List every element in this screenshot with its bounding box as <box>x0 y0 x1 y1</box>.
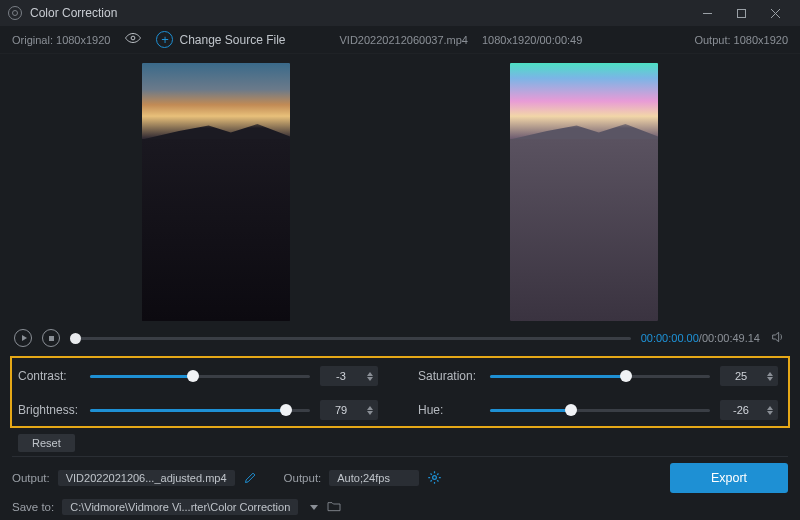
saturation-slider[interactable] <box>490 375 710 378</box>
divider <box>12 456 788 457</box>
playback-bar: 00:00:00.00/00:00:49.14 <box>0 324 800 352</box>
contrast-control: Contrast: -3 <box>18 366 378 386</box>
color-controls-panel: Contrast: -3 Saturation: 25 Brightness: <box>10 356 790 428</box>
change-source-button[interactable]: + Change Source File <box>156 31 285 48</box>
save-to-label: Save to: <box>12 501 54 513</box>
preview-toggle-icon[interactable] <box>124 29 142 50</box>
source-filename: VID20220212060037.mp4 <box>340 34 468 46</box>
svg-rect-1 <box>737 9 745 17</box>
brightness-slider[interactable] <box>90 409 310 412</box>
contrast-label: Contrast: <box>18 369 80 383</box>
saturation-value: 25 <box>720 370 762 382</box>
stop-button[interactable] <box>42 329 60 347</box>
output-settings-icon[interactable] <box>427 470 442 487</box>
reset-button[interactable]: Reset <box>18 434 75 452</box>
hue-label: Hue: <box>418 403 480 417</box>
saturation-control: Saturation: 25 <box>418 366 778 386</box>
contrast-value: -3 <box>320 370 362 382</box>
open-folder-icon[interactable] <box>326 499 342 515</box>
saturation-label: Saturation: <box>418 369 480 383</box>
timeline-scrubber[interactable] <box>70 337 631 340</box>
volume-icon[interactable] <box>770 329 786 348</box>
svg-point-5 <box>433 475 437 479</box>
play-button[interactable] <box>14 329 32 347</box>
hue-control: Hue: -26 <box>418 400 778 420</box>
brightness-value: 79 <box>320 404 362 416</box>
app-icon <box>8 6 22 20</box>
svg-point-4 <box>132 36 136 40</box>
original-dimensions-label: Original: 1080x1920 <box>12 34 110 46</box>
hue-slider[interactable] <box>490 409 710 412</box>
hue-value: -26 <box>720 404 762 416</box>
saturation-stepper[interactable]: 25 <box>720 366 778 386</box>
brightness-control: Brightness: 79 <box>18 400 378 420</box>
plus-circle-icon: + <box>156 31 173 48</box>
output-file-label: Output: <box>12 472 50 484</box>
save-path-dropdown-icon[interactable] <box>310 505 318 510</box>
close-button[interactable] <box>758 0 792 26</box>
output-format-label: Output: <box>284 472 322 484</box>
title-bar: Color Correction <box>0 0 800 26</box>
timecode: 00:00:00.00/00:00:49.14 <box>641 332 760 344</box>
edit-filename-icon[interactable] <box>243 470 258 487</box>
hue-stepper[interactable]: -26 <box>720 400 778 420</box>
save-to-path-field[interactable]: C:\Vidmore\Vidmore Vi...rter\Color Corre… <box>62 499 298 515</box>
source-fileinfo: 1080x1920/00:00:49 <box>482 34 582 46</box>
contrast-stepper[interactable]: -3 <box>320 366 378 386</box>
brightness-label: Brightness: <box>18 403 80 417</box>
bottom-panel: Output: VID2022021206..._adjusted.mp4 Ou… <box>0 459 800 515</box>
output-filename-field[interactable]: VID2022021206..._adjusted.mp4 <box>58 470 235 486</box>
change-source-label: Change Source File <box>179 33 285 47</box>
minimize-button[interactable] <box>690 0 724 26</box>
current-time: 00:00:00.00 <box>641 332 699 344</box>
export-button[interactable]: Export <box>670 463 788 493</box>
original-preview <box>142 63 290 321</box>
header-bar: Original: 1080x1920 + Change Source File… <box>0 26 800 54</box>
window-title: Color Correction <box>30 6 117 20</box>
contrast-slider[interactable] <box>90 375 310 378</box>
output-format-field[interactable]: Auto;24fps <box>329 470 419 486</box>
maximize-button[interactable] <box>724 0 758 26</box>
output-dimensions-label: Output: 1080x1920 <box>694 34 788 46</box>
brightness-stepper[interactable]: 79 <box>320 400 378 420</box>
preview-area <box>0 54 800 324</box>
adjusted-preview <box>510 63 658 321</box>
duration: 00:00:49.14 <box>702 332 760 344</box>
